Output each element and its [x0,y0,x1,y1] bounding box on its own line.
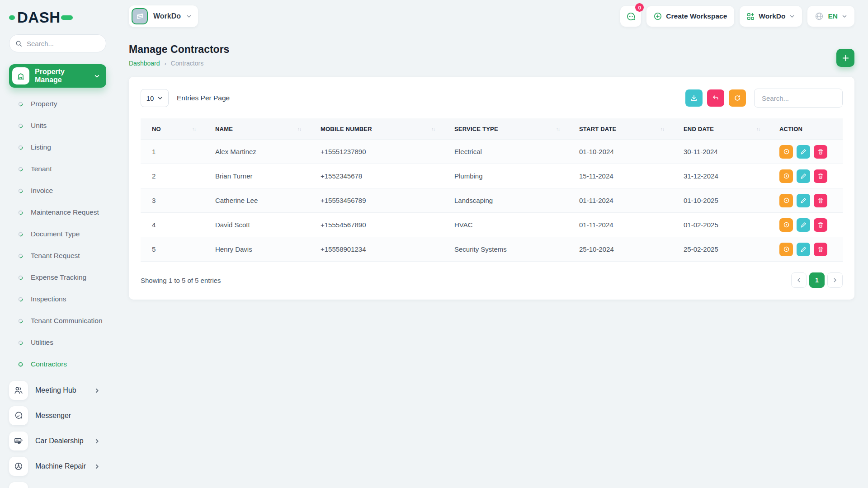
sidebar-search-input[interactable] [26,39,100,48]
sidebar-item-label: Tenant Request [31,252,80,260]
pencil-icon [800,222,807,228]
sidebar-item-maintenance-request[interactable]: Maintenance Request [9,202,106,223]
column-header-mobile-number[interactable]: MOBILE NUMBER↑↓ [309,118,443,140]
edit-button[interactable] [797,218,810,232]
cell-start: 01-11-2024 [568,188,672,213]
cell-start: 15-11-2024 [568,164,672,188]
breadcrumb-dashboard-link[interactable]: Dashboard [129,60,160,67]
edit-button[interactable] [797,243,810,256]
cell-no: 5 [141,237,204,262]
workdo-menu-label: WorkDo [759,12,785,20]
edit-button[interactable] [797,194,810,207]
main-area: WorkDo 0 Create Workspace [115,0,868,488]
sidebar-item-listing[interactable]: Listing [9,136,106,158]
dash-logo[interactable]: DASH [9,9,106,26]
view-button[interactable] [779,169,793,183]
contractors-card: 10 Entries Per Page [129,77,854,300]
sidebar-item-label: Inspections [31,295,66,303]
sidebar-item-helpdesk[interactable]: Helpdesk [9,479,106,488]
sidebar-item-label: Maintenance Request [31,208,99,216]
table-controls: 10 Entries Per Page [141,89,843,108]
globe-icon [815,12,824,21]
cell-start: 01-11-2024 [568,213,672,237]
export-button[interactable] [685,89,703,107]
edit-button[interactable] [797,145,810,159]
building-icon [12,67,29,84]
sidebar-item-contractors[interactable]: Contractors [9,353,106,375]
app-root: DASH Property Manage PropertyUnitsListin… [0,0,868,488]
trash-icon [817,246,824,253]
add-contractor-button[interactable] [836,49,854,67]
chevron-right-icon [832,277,838,283]
delete-button[interactable] [814,218,827,232]
view-button[interactable] [779,218,793,232]
chevron-down-icon [157,95,163,101]
next-page-button[interactable] [827,272,843,288]
column-header-end-date[interactable]: END DATE↑↓ [672,118,768,140]
workspace-building-icon [132,8,148,24]
view-button[interactable] [779,145,793,159]
sidebar-item-utilities[interactable]: Utilities [9,332,106,353]
table-search-input[interactable] [754,89,843,108]
bullet-icon [18,167,23,172]
cell-end: 01-02-2025 [672,213,768,237]
page-1-button[interactable]: 1 [809,272,825,288]
cell-service: Security Systems [443,237,568,262]
refresh-button[interactable] [729,89,746,107]
entries-per-page-select[interactable]: 10 [141,89,169,107]
table-body: 1Alex Martinez+15551237890Electrical01-1… [141,140,843,262]
sidebar-bottom-items: Meeting HubMessengerCar DealershipMachin… [9,378,106,488]
column-header-name[interactable]: NAME↑↓ [204,118,309,140]
workspace-selector[interactable]: WorkDo [129,5,198,27]
delete-button[interactable] [814,145,827,159]
sidebar-item-tenant[interactable]: Tenant [9,158,106,180]
sidebar-item-tenant-request[interactable]: Tenant Request [9,245,106,267]
sidebar-item-expense-tracking[interactable]: Expense Tracking [9,267,106,288]
pencil-icon [800,246,807,253]
sidebar-sub-items: PropertyUnitsListingTenantInvoiceMainten… [9,93,106,375]
sidebar-item-messenger[interactable]: Messenger [9,403,106,428]
create-workspace-button[interactable]: Create Workspace [646,6,734,27]
sidebar-search [9,34,106,52]
cell-actions [768,164,843,188]
column-header-no[interactable]: NO↑↓ [141,118,204,140]
delete-button[interactable] [814,169,827,183]
reset-button[interactable] [707,89,724,107]
view-button[interactable] [779,243,793,256]
column-header-service-type[interactable]: SERVICE TYPE↑↓ [443,118,568,140]
workdo-menu-button[interactable]: WorkDo [740,6,802,27]
chat-button[interactable]: 0 [620,6,641,27]
delete-button[interactable] [814,243,827,256]
language-selector[interactable]: EN [807,6,854,27]
bullet-icon [18,232,23,237]
sidebar-item-label: Tenant Communication [31,317,103,325]
delete-button[interactable] [814,194,827,207]
cell-no: 2 [141,164,204,188]
view-button[interactable] [779,194,793,207]
sidebar-item-car-dealership[interactable]: Car Dealership [9,428,106,454]
cell-name: Catherine Lee [204,188,309,213]
previous-page-button[interactable] [791,272,807,288]
sidebar-item-label: Tenant [31,165,52,173]
sidebar-item-property[interactable]: Property [9,93,106,115]
sidebar-item-document-type[interactable]: Document Type [9,223,106,245]
sidebar-item-units[interactable]: Units [9,115,106,136]
bullet-icon [18,362,23,367]
create-workspace-label: Create Workspace [666,12,727,20]
workspace-name: WorkDo [153,12,181,20]
breadcrumb-current: Contractors [171,60,203,67]
sidebar-item-invoice[interactable]: Invoice [9,180,106,202]
language-code: EN [828,12,838,20]
sidebar-item-machine-repair[interactable]: Machine Repair [9,454,106,479]
sidebar-item-label: Utilities [31,338,53,347]
sidebar-section-property-manage[interactable]: Property Manage [9,64,106,88]
edit-button[interactable] [797,169,810,183]
chevron-right-icon [94,388,100,394]
column-header-start-date[interactable]: START DATE↑↓ [568,118,672,140]
sidebar-item-tenant-communication[interactable]: Tenant Communication [9,310,106,332]
sidebar-item-inspections[interactable]: Inspections [9,288,106,310]
bullet-icon [18,319,23,324]
sidebar-item-meeting-hub[interactable]: Meeting Hub [9,378,106,403]
cell-no: 1 [141,140,204,164]
table-row: 3Catherine Lee+15553456789Landscaping01-… [141,188,843,213]
